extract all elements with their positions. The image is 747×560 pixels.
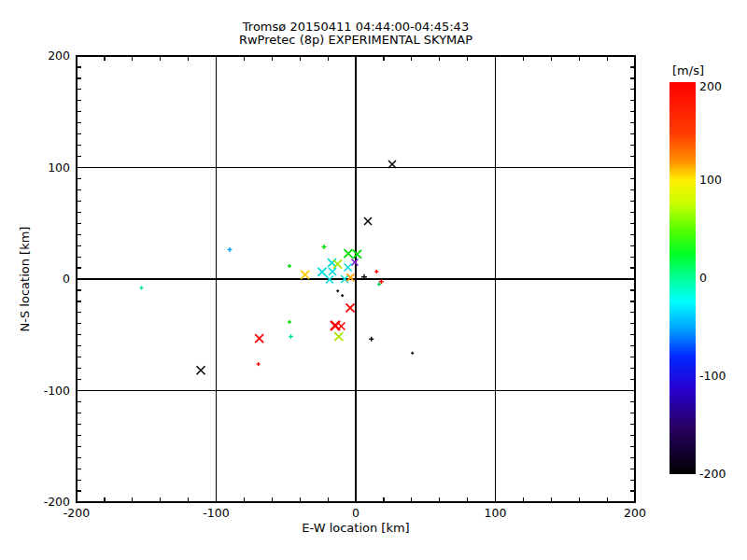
tick-label: -200	[44, 495, 70, 509]
tick-label: 200	[624, 506, 646, 520]
tick-label: 100	[485, 506, 507, 520]
tick-label: -100	[699, 369, 726, 383]
tick-label: 100	[48, 161, 70, 175]
skymap-window: Tromsø 20150411 04:44:00-04:45:43 RwPret…	[0, 0, 747, 560]
tick-label: 0	[63, 272, 70, 286]
tick-label: 200	[48, 49, 70, 63]
tick-label: -100	[44, 384, 70, 398]
tick-label: -100	[203, 506, 229, 520]
tick-label: 0	[352, 506, 359, 520]
plot-canvas: -200-1000100200-200-10001002002001000-10…	[0, 0, 747, 560]
tick-label: 200	[699, 79, 722, 93]
tick-label: 100	[699, 173, 722, 187]
tick-label: -200	[699, 467, 726, 481]
tick-label: 0	[699, 271, 707, 285]
